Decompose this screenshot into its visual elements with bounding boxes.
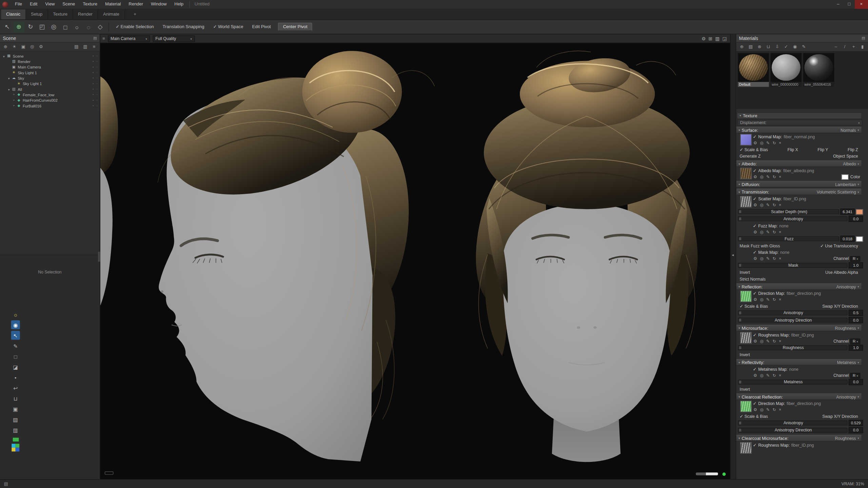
section-microsurface[interactable]: ▾Microsurface:Roughness▾ [736, 325, 861, 331]
pivot-tool-icon[interactable]: ◎ [48, 21, 59, 33]
menu-window[interactable]: Window [147, 0, 170, 9]
check-icon[interactable]: ✓ [753, 223, 756, 228]
menu-view[interactable]: View [41, 0, 59, 9]
group-icon[interactable]: ▥ [81, 44, 89, 49]
slider-value[interactable]: 1.0 [849, 345, 863, 351]
menu-edit[interactable]: Edit [26, 0, 41, 9]
tree-item-main-camera[interactable]: ▣ Main Camera ▪◦ [0, 64, 100, 69]
section-clearcoat-microsurface[interactable]: ▾Clearcoat Microsurface:Roughness▾ [736, 435, 861, 442]
subroutine-displacement[interactable]: Displacement:▾ [737, 120, 863, 126]
menu-material[interactable]: Material [101, 0, 124, 9]
thumb-size-icon[interactable]: ▮ [859, 44, 866, 49]
eraser-icon[interactable]: ◪ [11, 362, 20, 371]
lock-icon[interactable]: ▪ [93, 93, 94, 96]
clear-icon[interactable]: × [779, 256, 781, 261]
scale-tool-icon[interactable]: ◰ [37, 21, 48, 33]
visibility-icon[interactable]: ◦ [96, 65, 97, 69]
clear-icon[interactable]: × [779, 373, 781, 378]
clear-icon[interactable]: × [779, 141, 781, 146]
map-filename[interactable]: fiber_ID.png [791, 332, 814, 337]
expander-icon[interactable]: ▾ [2, 54, 6, 58]
map-filename[interactable]: fiber_direction.png [787, 291, 821, 296]
clear-icon[interactable]: × [779, 407, 781, 412]
paint-brush-icon[interactable]: ✎ [11, 341, 20, 350]
lock-icon[interactable]: ▪ [93, 104, 94, 107]
new-folder-icon[interactable]: ▤ [73, 44, 80, 49]
mode-select[interactable]: Normals▾ [841, 127, 859, 133]
menu-help[interactable]: Help [171, 0, 188, 9]
enable-selection-toggle[interactable]: ✓Enable Selection [112, 24, 158, 29]
visibility-icon[interactable]: ◦ [96, 54, 97, 58]
visibility-icon[interactable]: ◦ [96, 93, 97, 96]
mode-select[interactable]: Albedo▾ [843, 161, 859, 166]
toggle-swap-x-y-direction[interactable]: Swap X/Y Direction [822, 304, 858, 309]
slider-value[interactable]: 0.018 [840, 236, 854, 242]
visibility-icon[interactable]: ◦ [96, 76, 97, 80]
color-swatch[interactable] [856, 209, 863, 214]
reload-icon[interactable]: ↻ [772, 174, 776, 179]
clipboard-icon[interactable]: ▤ [11, 415, 20, 424]
locate-icon[interactable]: ◎ [760, 407, 764, 412]
toggle-invert[interactable]: Invert [739, 386, 750, 391]
settings-icon[interactable]: ⚙ [753, 203, 757, 208]
add-object-icon[interactable]: ⊕ [2, 44, 9, 49]
slider-track[interactable]: Roughness [738, 344, 849, 351]
settings-icon[interactable]: ⚙ [753, 373, 757, 378]
slider-track[interactable]: Anisotropy [738, 309, 849, 317]
collapse-panel-icon[interactable]: ◂ [732, 253, 734, 257]
slider-track[interactable]: Scatter Depth (mm) [738, 208, 840, 215]
tree-item-render[interactable]: ▨ Render ▪◦ [0, 59, 100, 64]
split-view-icon[interactable]: ▥ [715, 36, 719, 41]
slider-value[interactable]: 0.5 [849, 310, 863, 316]
marquee-icon[interactable]: □ [11, 352, 20, 361]
edit-icon[interactable]: ✎ [766, 339, 770, 344]
clear-icon[interactable]: × [779, 203, 781, 208]
toggle-use-albedo-alpha[interactable]: Use Albedo Alpha [825, 270, 858, 275]
slider-value[interactable]: 0.0 [849, 379, 863, 385]
minimize-button[interactable]: – [833, 0, 844, 9]
reload-icon[interactable]: ↻ [772, 230, 776, 235]
zoom-in-icon[interactable]: + [850, 44, 857, 49]
lasso-tool-icon[interactable]: ◌ [83, 21, 94, 33]
capture-icon[interactable]: ▣ [11, 404, 20, 413]
palette-color[interactable] [12, 448, 15, 451]
expander-icon[interactable]: + [12, 99, 16, 102]
color-swatch[interactable] [856, 236, 863, 241]
channel-select[interactable]: R▾ [850, 373, 860, 378]
clear-icon[interactable]: × [779, 339, 781, 344]
close-button[interactable]: × [855, 0, 868, 9]
expand-view-icon[interactable]: ◲ [723, 36, 727, 41]
marquee-rect-tool-icon[interactable]: □ [60, 21, 71, 33]
slider-track[interactable]: Mask [738, 262, 849, 269]
channel-select[interactable]: R▾ [850, 338, 860, 344]
panel-toggle-icon[interactable]: ≡ [102, 36, 105, 41]
settings-icon[interactable]: ⚙ [753, 174, 757, 179]
delete-icon[interactable]: ⊔ [765, 44, 772, 49]
lock-icon[interactable]: ▪ [93, 99, 94, 102]
lock-icon[interactable]: ▪ [93, 76, 94, 80]
texture-thumbnail[interactable] [740, 196, 752, 207]
reload-icon[interactable]: ↻ [772, 339, 776, 344]
reload-icon[interactable]: ↻ [772, 256, 776, 261]
slider-value[interactable]: 0.0 [849, 317, 863, 323]
toggle-flip-z[interactable]: Flip Z [848, 147, 858, 152]
material-thumb-wire-000000000[interactable]: wire_000000000 [771, 53, 802, 87]
locate-icon[interactable]: ◎ [760, 230, 764, 235]
slider-track[interactable]: Anisotropy Direction [738, 427, 849, 434]
locate-icon[interactable]: ◎ [760, 373, 764, 378]
zoom-out-icon[interactable]: – [832, 44, 840, 49]
check-icon[interactable]: ✓ [753, 332, 756, 337]
slider-value[interactable]: 6.341 [840, 209, 854, 215]
paint-icon[interactable]: ✎ [800, 44, 808, 49]
panel-options-icon[interactable]: ▤ [93, 36, 97, 40]
tree-item-female-face-low[interactable]: + ◆ Female_Face_low ▪◦ [0, 92, 100, 97]
visibility-icon[interactable]: ◦ [96, 60, 97, 63]
timeline-toggle[interactable] [105, 471, 114, 475]
select-cursor-icon[interactable]: ↖ [11, 331, 20, 340]
settings-icon[interactable]: ⚙ [37, 44, 45, 49]
tree-item-all[interactable]: ▾ ▧ All ▪◦ [0, 86, 100, 92]
toggle-flip-y[interactable]: Flip Y [817, 147, 828, 152]
lock-icon[interactable]: ▪ [93, 71, 94, 74]
edit-icon[interactable]: ✎ [766, 203, 770, 208]
new-material-icon[interactable]: ⊕ [738, 44, 746, 49]
